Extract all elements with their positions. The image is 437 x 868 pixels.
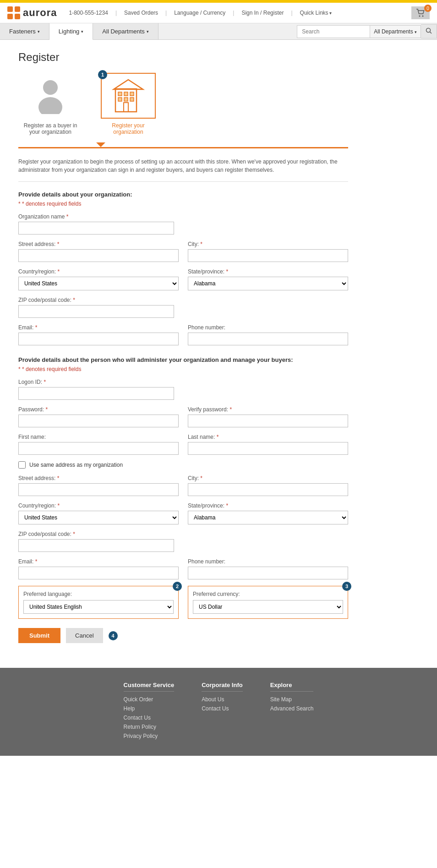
footer-col-customer-service: Customer Service Quick Order Help Contac… xyxy=(124,682,175,742)
country-select-1[interactable]: United States xyxy=(18,277,179,290)
footer-link-advanced-search[interactable]: Advanced Search xyxy=(270,705,314,712)
action-badge-4: 4 xyxy=(109,631,118,640)
last-name-input[interactable] xyxy=(188,442,348,455)
sign-in-link[interactable]: Sign In / Register xyxy=(241,10,284,16)
org-label: Register your organization xyxy=(96,122,160,135)
street-label-2: Street address: * xyxy=(18,475,179,481)
footer-link-quick-order[interactable]: Quick Order xyxy=(124,696,175,703)
pref-row: 2 Preferred language: United States Engl… xyxy=(18,586,348,619)
street-group-2: Street address: * xyxy=(18,475,179,496)
footer-link-privacy-policy[interactable]: Privacy Policy xyxy=(124,733,175,739)
footer-link-help[interactable]: Help xyxy=(124,705,175,712)
svg-rect-2 xyxy=(7,14,13,19)
svg-rect-13 xyxy=(118,98,122,101)
first-name-input[interactable] xyxy=(18,442,179,455)
name-row: First name: Last name: * xyxy=(18,434,348,455)
svg-rect-15 xyxy=(124,98,128,101)
city-input-1[interactable] xyxy=(188,249,348,262)
footer-link-site-map[interactable]: Site Map xyxy=(270,696,314,703)
org-name-input[interactable] xyxy=(18,222,174,235)
quick-links-link[interactable]: Quick Links xyxy=(300,10,332,16)
svg-point-9 xyxy=(38,97,62,114)
search-button[interactable] xyxy=(421,24,437,38)
email-input-1[interactable] xyxy=(18,333,179,345)
logon-input[interactable] xyxy=(18,387,174,400)
email-input-2[interactable] xyxy=(18,567,179,579)
saved-orders-link[interactable]: Saved Orders xyxy=(124,10,158,16)
reg-type-buyer[interactable]: Register as a buyer in your organization xyxy=(18,73,82,135)
svg-rect-16 xyxy=(130,92,134,96)
street-city-row-2: Street address: * City: * xyxy=(18,475,348,496)
footer-link-return-policy[interactable]: Return Policy xyxy=(124,724,175,730)
state-group-1: State/province: * Alabama xyxy=(188,268,348,290)
footer-link-about-us[interactable]: About Us xyxy=(202,696,243,703)
phone-input-1[interactable] xyxy=(188,333,348,345)
phone-number: 1-800-555-1234 xyxy=(69,10,108,16)
city-input-2[interactable] xyxy=(188,483,348,496)
same-address-checkbox[interactable] xyxy=(18,461,26,469)
reg-type-org[interactable]: 1 xyxy=(96,73,160,135)
country-state-row-2: Country/region: * United States State/pr… xyxy=(18,502,348,524)
nav-tab-fasteners[interactable]: Fasteners ▾ xyxy=(0,23,49,39)
footer: Customer Service Quick Order Help Contac… xyxy=(0,668,437,756)
city-group-1: City: * xyxy=(188,241,348,262)
info-text: Register your organization to begin the … xyxy=(18,158,348,182)
street-input-2[interactable] xyxy=(18,483,179,496)
pref-currency-select[interactable]: US Dollar xyxy=(193,600,343,614)
required-note-2: * * denotes required fields xyxy=(18,366,348,372)
search-input[interactable] xyxy=(297,25,370,38)
logon-row: Logon ID: * xyxy=(18,379,348,400)
first-name-group: First name: xyxy=(18,434,179,455)
zip-group-1: ZIP code/postal code: * xyxy=(18,297,174,318)
cart-button[interactable]: 0 xyxy=(411,6,430,19)
footer-col1-title: Customer Service xyxy=(124,682,175,692)
country-label-2: Country/region: * xyxy=(18,502,179,509)
verify-password-input[interactable] xyxy=(188,415,348,427)
zip-input-1[interactable] xyxy=(18,305,174,318)
footer-link-contact-us-1[interactable]: Contact Us xyxy=(124,715,175,721)
cancel-button[interactable]: Cancel xyxy=(66,628,103,643)
person-icon xyxy=(34,77,66,114)
password-input[interactable] xyxy=(18,415,179,427)
state-select-2[interactable]: Alabama xyxy=(188,511,348,524)
language-currency-link[interactable]: Language / Currency xyxy=(174,10,225,16)
form-actions: Submit Cancel 4 xyxy=(18,628,348,643)
logo[interactable]: aurora xyxy=(7,6,57,19)
search-dept-dropdown[interactable]: All Departments ▾ xyxy=(370,25,421,38)
last-name-label: Last name: * xyxy=(188,434,348,440)
pref-lang-label: Preferred language: xyxy=(23,591,174,597)
country-label-1: Country/region: * xyxy=(18,268,179,275)
city-group-2: City: * xyxy=(188,475,348,496)
logo-text: aurora xyxy=(23,7,57,19)
pref-currency-box: 3 Preferred currency: US Dollar xyxy=(188,586,348,619)
org-name-row: Organization name * xyxy=(18,213,348,235)
zip-input-2[interactable] xyxy=(18,539,174,552)
cart-badge: 0 xyxy=(424,5,432,12)
zip-label-1: ZIP code/postal code: * xyxy=(18,297,174,303)
street-input-1[interactable] xyxy=(18,249,179,262)
required-note-1: * * denotes required fields xyxy=(18,201,348,207)
reg-type-badge-1: 1 xyxy=(98,70,107,79)
state-select-1[interactable]: Alabama xyxy=(188,277,348,290)
svg-rect-1 xyxy=(15,6,20,12)
street-city-row-1: Street address: * City: * xyxy=(18,241,348,262)
password-label: Password: * xyxy=(18,406,179,413)
submit-button[interactable]: Submit xyxy=(18,628,60,643)
pref-lang-select[interactable]: United States English xyxy=(23,600,174,614)
phone-input-2[interactable] xyxy=(188,567,348,579)
search-area: All Departments ▾ xyxy=(297,23,437,39)
footer-link-contact-us-2[interactable]: Contact Us xyxy=(202,705,243,712)
state-label-1: State/province: * xyxy=(188,268,348,275)
logon-group: Logon ID: * xyxy=(18,379,174,400)
top-bar: aurora 1-800-555-1234 | Saved Orders | L… xyxy=(0,3,437,23)
email-phone-row-1: Email: * Phone number: xyxy=(18,324,348,345)
main-content: Register Register as a buyer in your org… xyxy=(0,40,366,668)
nav-tab-all-departments[interactable]: All Departments ▾ xyxy=(93,23,158,39)
nav-tab-lighting[interactable]: Lighting ▾ xyxy=(49,23,93,40)
city-label-2: City: * xyxy=(188,475,348,481)
pref-language-box: 2 Preferred language: United States Engl… xyxy=(18,586,179,619)
first-name-label: First name: xyxy=(18,434,179,440)
country-select-2[interactable]: United States xyxy=(18,511,179,524)
country-group-1: Country/region: * United States xyxy=(18,268,179,290)
same-address-label[interactable]: Use same address as my organization xyxy=(29,462,123,468)
